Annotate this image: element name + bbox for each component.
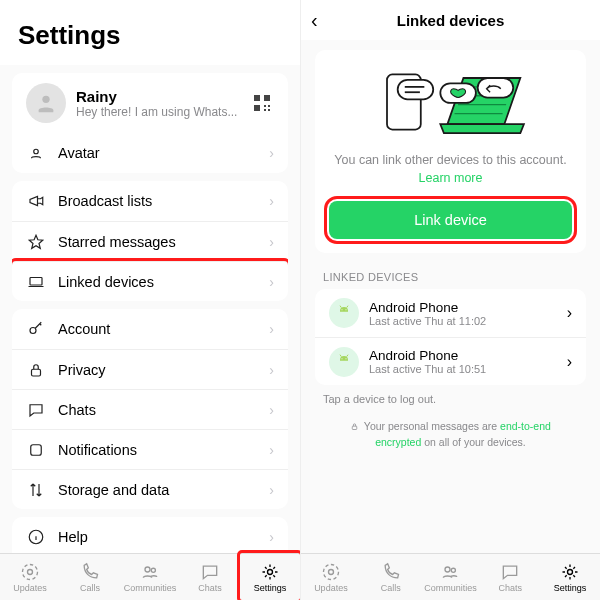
settings-screen: Settings Rainy Hey there! I am using Wha… [0,0,300,600]
svg-rect-6 [264,109,266,111]
svg-rect-4 [264,105,266,107]
tab-label: Calls [80,583,100,593]
tab-label: Communities [124,583,177,593]
svg-line-31 [340,306,341,308]
chevron-right-icon: › [269,402,274,418]
starred-messages-row[interactable]: Starred messages › [12,221,288,261]
svg-point-39 [323,564,338,579]
svg-point-16 [145,567,150,572]
avatar-menu-icon [26,144,46,162]
lock-icon [26,361,46,379]
profile-card: Rainy Hey there! I am using Whats... Ava… [12,73,288,173]
svg-rect-12 [31,444,42,455]
footnote-text: Your personal messages are [364,420,500,432]
tab-label: Calls [381,583,401,593]
back-button[interactable]: ‹ [311,9,318,32]
list-group-1: Broadcast lists › Starred messages › Lin… [12,181,288,301]
svg-point-17 [151,568,155,572]
chevron-right-icon: › [269,321,274,337]
tab-settings[interactable]: Settings [240,554,300,600]
chevron-right-icon: › [269,193,274,209]
linked-device-row[interactable]: Android Phone Last active Thu at 10:51 › [315,337,586,385]
row-label: Linked devices [46,274,269,290]
tab-label: Settings [254,583,287,593]
tab-updates[interactable]: Updates [301,554,361,600]
tab-calls[interactable]: Calls [60,554,120,600]
privacy-row[interactable]: Privacy › [12,349,288,389]
svg-point-8 [34,149,39,154]
tab-communities[interactable]: Communities [421,554,481,600]
intro-description: You can link other devices to this accou… [329,152,572,187]
device-status: Last active Thu at 11:02 [369,315,567,327]
svg-point-40 [445,567,450,572]
android-icon [329,298,359,328]
row-label: Avatar [46,145,269,161]
tab-bar: Updates Calls Communities Chats Settings [301,553,600,600]
svg-point-34 [345,358,346,359]
tab-chats[interactable]: Chats [480,554,540,600]
svg-rect-28 [477,78,513,98]
star-icon [26,233,46,251]
svg-point-29 [341,309,342,310]
devices-illustration [329,62,572,142]
key-icon [26,320,46,338]
tab-updates[interactable]: Updates [0,554,60,600]
svg-point-18 [268,569,273,574]
tab-settings[interactable]: Settings [540,554,600,600]
tab-label: Updates [13,583,47,593]
chat-icon [26,401,46,419]
header-title: Linked devices [397,12,505,29]
svg-rect-2 [264,95,270,101]
device-status: Last active Thu at 10:51 [369,363,567,375]
row-label: Storage and data [46,482,269,498]
list-group-3: Help › Tell a friend › [12,517,288,553]
row-label: Account [46,321,269,337]
page-title: Settings [0,0,300,65]
megaphone-icon [26,192,46,210]
tab-label: Communities [424,583,477,593]
chevron-right-icon: › [269,529,274,545]
row-label: Broadcast lists [46,193,269,209]
lock-icon [350,420,359,435]
learn-more-link[interactable]: Learn more [419,171,483,185]
chevron-right-icon: › [269,234,274,250]
storage-row[interactable]: Storage and data › [12,469,288,509]
intro-card: You can link other devices to this accou… [315,50,586,253]
encryption-footnote: Your personal messages are end-to-end en… [301,405,600,463]
svg-line-35 [340,354,341,356]
tab-chats[interactable]: Chats [180,554,240,600]
tab-communities[interactable]: Communities [120,554,180,600]
svg-point-38 [328,569,333,574]
svg-rect-20 [397,80,433,100]
chats-row[interactable]: Chats › [12,389,288,429]
broadcast-lists-row[interactable]: Broadcast lists › [12,181,288,221]
svg-rect-11 [32,369,41,376]
android-icon [329,347,359,377]
linked-devices-row[interactable]: Linked devices › [12,261,288,301]
list-group-2: Account › Privacy › Chats › Notification… [12,309,288,509]
linked-device-row[interactable]: Android Phone Last active Thu at 11:02 › [315,289,586,337]
notifications-row[interactable]: Notifications › [12,429,288,469]
avatar-icon [26,83,66,123]
profile-row[interactable]: Rainy Hey there! I am using Whats... [12,73,288,133]
device-name: Android Phone [369,348,567,363]
tab-calls[interactable]: Calls [361,554,421,600]
tab-label: Chats [198,583,222,593]
profile-status: Hey there! I am using Whats... [76,105,250,119]
row-label: Help [46,529,269,545]
chevron-right-icon: › [269,274,274,290]
qr-icon[interactable] [250,91,274,115]
svg-point-33 [341,358,342,359]
account-row[interactable]: Account › [12,309,288,349]
desc-text: You can link other devices to this accou… [334,153,566,167]
help-row[interactable]: Help › [12,517,288,553]
section-header-linked: LINKED DEVICES [301,253,600,289]
avatar-row[interactable]: Avatar › [12,133,288,173]
link-device-button[interactable]: Link device [329,201,572,239]
chevron-right-icon: › [269,442,274,458]
svg-rect-37 [352,426,357,429]
linked-devices-screen: ‹ Linked devices [300,0,600,600]
navigation-header: ‹ Linked devices [301,0,600,40]
app-icon [26,441,46,459]
device-name: Android Phone [369,300,567,315]
